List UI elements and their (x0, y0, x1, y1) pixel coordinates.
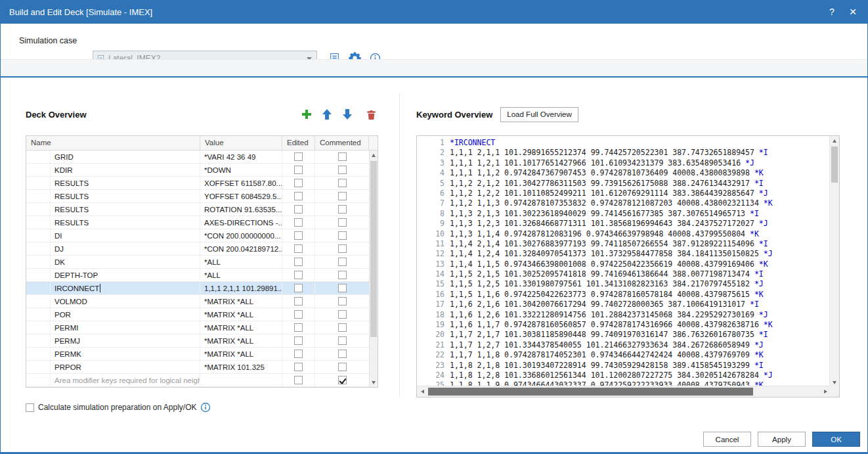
table-row[interactable]: RESULTSROTATION 91.63535... (26, 203, 369, 216)
calc-preparation-checkbox[interactable] (26, 403, 34, 412)
edited-checkbox[interactable] (294, 152, 303, 161)
commented-checkbox[interactable] (338, 231, 347, 240)
commented-checkbox[interactable] (338, 350, 347, 358)
commented-checkbox[interactable] (338, 271, 347, 279)
add-row-button[interactable] (299, 107, 314, 122)
edited-checkbox[interactable] (294, 244, 303, 253)
scrollbar-thumb[interactable] (428, 388, 753, 396)
move-up-button[interactable] (320, 107, 334, 122)
commented-checkbox[interactable] (338, 244, 347, 253)
scroll-up-icon[interactable] (370, 150, 378, 160)
commented-checkbox[interactable] (338, 218, 347, 227)
edited-cell (282, 203, 315, 216)
row-indent (26, 348, 51, 360)
edited-cell (282, 282, 315, 294)
edited-checkbox[interactable] (294, 271, 303, 279)
table-row[interactable]: PERMK*MATRIX *ALL (26, 348, 369, 361)
line-text: 1,1,3 1,1,4 0.974287812083196 0.97434663… (450, 229, 750, 239)
edited-checkbox[interactable] (294, 336, 303, 345)
scrollbar-thumb[interactable] (370, 161, 377, 337)
text-caret (100, 284, 100, 292)
commented-checkbox[interactable] (338, 297, 347, 306)
cancel-button[interactable]: Cancel (703, 432, 751, 447)
table-row[interactable]: DEPTH-TOP*ALL (26, 269, 369, 282)
ok-button[interactable]: OK (812, 432, 860, 447)
commented-checkbox[interactable] (338, 152, 347, 161)
edited-checkbox[interactable] (294, 310, 303, 319)
code-line: 241,1,8 1,2,8 101.33686012561344 101.120… (417, 371, 829, 380)
edited-checkbox[interactable] (294, 205, 303, 214)
commented-checkbox[interactable] (338, 363, 347, 371)
commented-checkbox[interactable] (338, 376, 347, 384)
info-icon[interactable] (200, 402, 211, 413)
code-line: 201,1,7 2,1,7 101.30381185890448 99.7409… (417, 330, 829, 340)
line-number: 2 (417, 148, 450, 158)
line-number: 22 (417, 350, 450, 360)
value-cell: *MATRIX *ALL (200, 348, 282, 360)
edited-cell (282, 374, 315, 386)
editor-horizontal-scrollbar[interactable] (417, 386, 831, 397)
scroll-up-icon[interactable] (830, 136, 839, 145)
edited-checkbox[interactable] (294, 166, 303, 174)
scroll-left-icon[interactable] (417, 386, 427, 397)
edited-checkbox[interactable] (294, 192, 303, 200)
table-row[interactable]: POR*MATRIX *ALL (26, 308, 369, 321)
commented-checkbox[interactable] (338, 336, 347, 345)
table-row[interactable]: RESULTSXOFFSET 611587.80... (26, 177, 369, 190)
table-row[interactable]: DJ*CON 200.042189712... (26, 242, 369, 256)
commented-checkbox[interactable] (338, 166, 347, 174)
line-number: 7 (417, 198, 450, 208)
commented-checkbox[interactable] (338, 205, 347, 214)
editor-vertical-scrollbar[interactable] (829, 136, 839, 387)
close-button[interactable]: × (842, 0, 863, 24)
commented-checkbox[interactable] (338, 192, 347, 200)
scrollbar-thumb[interactable] (831, 147, 838, 183)
delete-row-button[interactable] (364, 107, 378, 122)
table-row[interactable]: RESULTSYOFFSET 6084529.5... (26, 190, 369, 203)
apply-button[interactable]: Apply (758, 432, 806, 447)
row-name: GRID (51, 153, 74, 161)
scroll-down-icon[interactable] (370, 378, 378, 387)
commented-checkbox[interactable] (338, 179, 347, 187)
row-name: PERMJ (51, 337, 80, 345)
table-row[interactable]: DK*ALL (26, 256, 369, 269)
edited-checkbox[interactable] (294, 284, 303, 292)
table-row[interactable]: Area modifier keys required for logical … (26, 374, 369, 387)
load-full-overview-button[interactable]: Load Full Overview (500, 107, 578, 122)
table-vertical-scrollbar[interactable] (369, 150, 378, 387)
commented-checkbox[interactable] (338, 284, 347, 292)
table-row[interactable]: IRCONNECT1,1,1 2,1,1 101.29891... (26, 282, 369, 295)
table-row[interactable]: RESULTSAXES-DIRECTIONS -... (26, 216, 369, 229)
value-cell: *MATRIX *ALL (200, 321, 282, 334)
edited-cell (282, 348, 315, 360)
line-number: 15 (417, 279, 450, 289)
move-down-button[interactable] (340, 107, 355, 122)
help-button[interactable]: ? (821, 0, 842, 24)
table-row[interactable]: PERMJ*MATRIX *ALL (26, 334, 369, 348)
code-line: 171,1,6 2,1,6 101.30420076617294 99.7402… (417, 300, 829, 309)
keyword-editor[interactable]: 1*IRCONNECT21,1,1 2,1,1 101.298916552123… (416, 135, 840, 397)
edited-checkbox[interactable] (294, 179, 303, 187)
edited-checkbox[interactable] (294, 323, 303, 332)
commented-cell (315, 256, 369, 268)
table-row[interactable]: GRID*VARI 42 36 49 (26, 150, 369, 164)
edited-checkbox[interactable] (294, 258, 303, 266)
deck-toolbar (299, 107, 378, 122)
table-row[interactable]: KDIR*DOWN (26, 164, 369, 177)
commented-checkbox[interactable] (338, 310, 347, 319)
table-row[interactable]: PRPOR*MATRIX 101.325 (26, 361, 369, 374)
table-row[interactable]: VOLMOD*MATRIX *ALL (26, 295, 369, 308)
table-row[interactable]: DI*CON 200.00000000... (26, 229, 369, 242)
edited-checkbox[interactable] (294, 218, 303, 227)
commented-checkbox[interactable] (338, 323, 347, 332)
edited-checkbox[interactable] (294, 231, 303, 240)
value-cell (200, 374, 282, 386)
edited-checkbox[interactable] (294, 376, 303, 384)
edited-checkbox[interactable] (294, 297, 303, 306)
edited-checkbox[interactable] (294, 363, 303, 371)
commented-checkbox[interactable] (338, 258, 347, 266)
table-row[interactable]: PERMI*MATRIX *ALL (26, 321, 369, 334)
row-indent (26, 164, 51, 176)
edited-checkbox[interactable] (294, 350, 303, 358)
line-keyword: *I (759, 148, 768, 158)
